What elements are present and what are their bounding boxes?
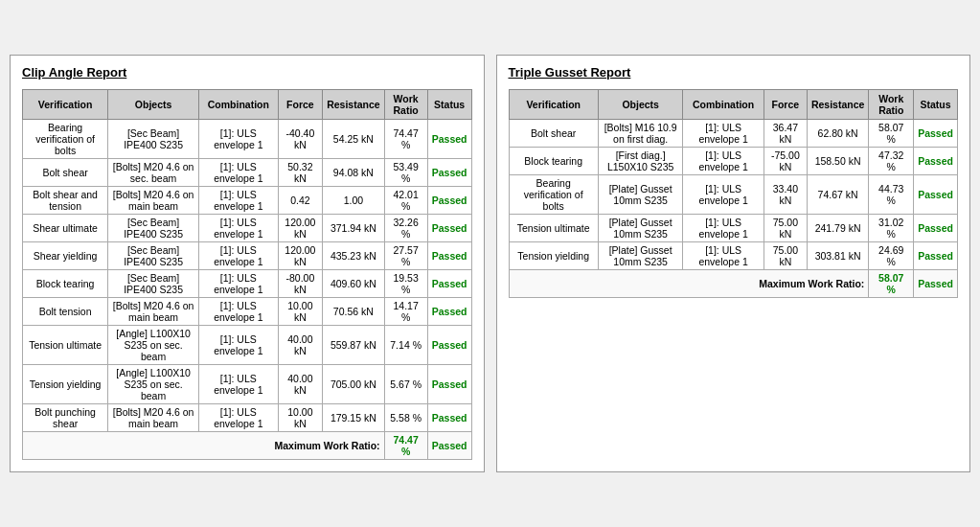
cell-force: 36.47 kN bbox=[763, 120, 807, 148]
cell-resistance: 1.00 bbox=[323, 187, 384, 215]
cell-work-ratio: 19.53 % bbox=[384, 270, 427, 298]
cell-work-ratio: 5.58 % bbox=[384, 404, 427, 432]
cell-objects: [Bolts] M20 4.6 on main beam bbox=[108, 298, 199, 326]
table-row: Bolt shear [Bolts] M20 4.6 on sec. beam … bbox=[23, 159, 472, 187]
cell-resistance: 435.23 kN bbox=[323, 242, 384, 270]
cell-force: 33.40 kN bbox=[763, 175, 807, 215]
cell-force: 75.00 kN bbox=[763, 242, 807, 270]
cell-verification: Bearing verification of bolts bbox=[509, 175, 598, 215]
cell-status: Passed bbox=[427, 404, 471, 432]
triple-gusset-title: Triple Gusset Report bbox=[509, 65, 959, 80]
cell-combination: [1]: ULS envelope 1 bbox=[198, 404, 278, 432]
cell-objects: [Plate] Gusset 10mm S235 bbox=[598, 175, 683, 215]
cell-verification: Tension yielding bbox=[23, 365, 108, 404]
max-ratio-row: Maximum Work Ratio: 58.07 % Passed bbox=[509, 270, 958, 298]
max-ratio-value: 58.07 % bbox=[869, 270, 914, 298]
cell-force: 10.00 kN bbox=[278, 298, 322, 326]
col-status-1: Status bbox=[427, 90, 471, 120]
cell-objects: [Bolts] M16 10.9 on first diag. bbox=[598, 120, 683, 148]
cell-work-ratio: 44.73 % bbox=[869, 175, 914, 215]
table-row: Bearing verification of bolts [Sec Beam]… bbox=[23, 120, 472, 159]
cell-status: Passed bbox=[427, 298, 471, 326]
max-ratio-status: Passed bbox=[427, 432, 471, 460]
cell-work-ratio: 5.67 % bbox=[384, 365, 427, 404]
clip-angle-title: Clip Angle Report bbox=[22, 65, 472, 80]
cell-objects: [Sec Beam] IPE400 S235 bbox=[108, 120, 199, 159]
cell-status: Passed bbox=[427, 365, 471, 404]
col-verification-2: Verification bbox=[509, 90, 598, 120]
cell-verification: Bolt shear bbox=[509, 120, 598, 148]
max-ratio-label: Maximum Work Ratio: bbox=[509, 270, 869, 298]
cell-resistance: 409.60 kN bbox=[323, 270, 384, 298]
triple-gusset-table: Verification Objects Combination Force R… bbox=[509, 89, 959, 298]
col-resistance-2: Resistance bbox=[807, 90, 868, 120]
table-row: Block tearing [Sec Beam] IPE400 S235 [1]… bbox=[23, 270, 472, 298]
max-ratio-status: Passed bbox=[914, 270, 958, 298]
cell-work-ratio: 47.32 % bbox=[869, 148, 914, 175]
cell-combination: [1]: ULS envelope 1 bbox=[198, 215, 278, 242]
cell-force: 40.00 kN bbox=[278, 365, 322, 404]
cell-combination: [1]: ULS envelope 1 bbox=[198, 270, 278, 298]
cell-force: -80.00 kN bbox=[278, 270, 322, 298]
cell-verification: Shear yielding bbox=[23, 242, 108, 270]
col-status-2: Status bbox=[914, 90, 958, 120]
cell-force: 120.00 kN bbox=[278, 242, 322, 270]
cell-resistance: 559.87 kN bbox=[323, 326, 384, 365]
table-row: Tension ultimate [Plate] Gusset 10mm S23… bbox=[509, 215, 958, 242]
cell-status: Passed bbox=[914, 120, 958, 148]
cell-force: 75.00 kN bbox=[763, 215, 807, 242]
cell-resistance: 94.08 kN bbox=[323, 159, 384, 187]
cell-status: Passed bbox=[427, 326, 471, 365]
table-row: Tension yielding [Plate] Gusset 10mm S23… bbox=[509, 242, 958, 270]
cell-objects: [Bolts] M20 4.6 on main beam bbox=[108, 404, 199, 432]
cell-work-ratio: 42.01 % bbox=[384, 187, 427, 215]
page-wrapper: Clip Angle Report Verification Objects C… bbox=[10, 55, 970, 472]
cell-verification: Bolt shear bbox=[23, 159, 108, 187]
cell-objects: [Angle] L100X10 S235 on sec. beam bbox=[108, 326, 199, 365]
cell-resistance: 74.67 kN bbox=[807, 175, 868, 215]
cell-combination: [1]: ULS envelope 1 bbox=[198, 242, 278, 270]
cell-combination: [1]: ULS envelope 1 bbox=[198, 187, 278, 215]
cell-force: -40.40 kN bbox=[278, 120, 322, 159]
table-row: Tension yielding [Angle] L100X10 S235 on… bbox=[23, 365, 472, 404]
col-objects-1: Objects bbox=[108, 90, 199, 120]
cell-status: Passed bbox=[914, 175, 958, 215]
cell-force: 40.00 kN bbox=[278, 326, 322, 365]
cell-work-ratio: 53.49 % bbox=[384, 159, 427, 187]
triple-gusset-panel: Triple Gusset Report Verification Object… bbox=[496, 55, 971, 472]
cell-force: 10.00 kN bbox=[278, 404, 322, 432]
cell-combination: [1]: ULS envelope 1 bbox=[683, 148, 763, 175]
cell-verification: Block tearing bbox=[23, 270, 108, 298]
cell-verification: Tension ultimate bbox=[23, 326, 108, 365]
cell-objects: [Plate] Gusset 10mm S235 bbox=[598, 242, 683, 270]
cell-work-ratio: 74.47 % bbox=[384, 120, 427, 159]
cell-force: 50.32 kN bbox=[278, 159, 322, 187]
col-combination-2: Combination bbox=[683, 90, 763, 120]
cell-status: Passed bbox=[914, 242, 958, 270]
cell-combination: [1]: ULS envelope 1 bbox=[683, 175, 763, 215]
cell-verification: Tension ultimate bbox=[509, 215, 598, 242]
cell-verification: Tension yielding bbox=[509, 242, 598, 270]
cell-work-ratio: 7.14 % bbox=[384, 326, 427, 365]
table-row: Block tearing [First diag.] L150X10 S235… bbox=[509, 148, 958, 175]
col-resistance-1: Resistance bbox=[323, 90, 384, 120]
clip-angle-panel: Clip Angle Report Verification Objects C… bbox=[10, 55, 485, 472]
cell-verification: Bearing verification of bolts bbox=[23, 120, 108, 159]
col-combination-1: Combination bbox=[198, 90, 278, 120]
col-force-2: Force bbox=[763, 90, 807, 120]
cell-combination: [1]: ULS envelope 1 bbox=[683, 242, 763, 270]
table-row: Shear yielding [Sec Beam] IPE400 S235 [1… bbox=[23, 242, 472, 270]
col-work-ratio-2: Work Ratio bbox=[869, 90, 914, 120]
max-ratio-row: Maximum Work Ratio: 74.47 % Passed bbox=[23, 432, 472, 460]
cell-objects: [Sec Beam] IPE400 S235 bbox=[108, 270, 199, 298]
col-work-ratio-1: Work Ratio bbox=[384, 90, 427, 120]
cell-resistance: 179.15 kN bbox=[323, 404, 384, 432]
cell-verification: Bolt tension bbox=[23, 298, 108, 326]
table-row: Bearing verification of bolts [Plate] Gu… bbox=[509, 175, 958, 215]
cell-combination: [1]: ULS envelope 1 bbox=[683, 215, 763, 242]
cell-status: Passed bbox=[427, 270, 471, 298]
cell-force: 120.00 kN bbox=[278, 215, 322, 242]
table-row: Bolt punching shear [Bolts] M20 4.6 on m… bbox=[23, 404, 472, 432]
cell-objects: [Sec Beam] IPE400 S235 bbox=[108, 215, 199, 242]
cell-status: Passed bbox=[427, 120, 471, 159]
